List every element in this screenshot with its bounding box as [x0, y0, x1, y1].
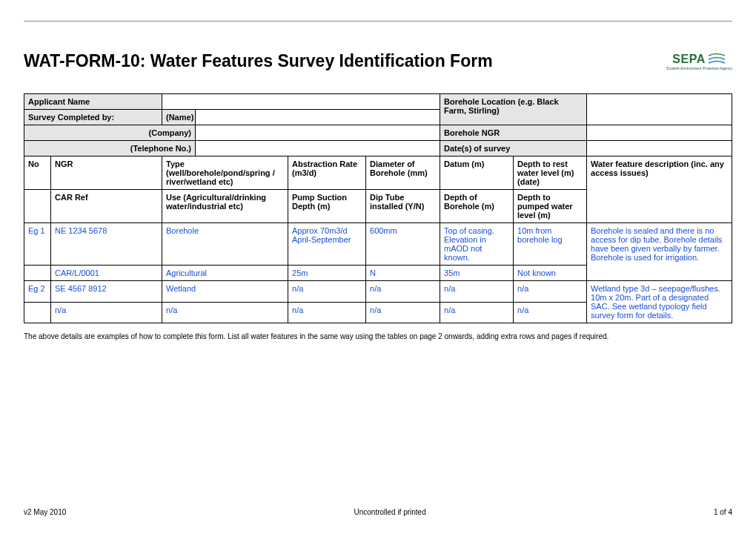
footer-version: v2 May 2010: [24, 508, 66, 516]
eg2-depth-bh: n/a: [440, 302, 514, 323]
label-bh-ngr: Borehole NGR: [440, 125, 587, 141]
eg1-depth-bh: 35m: [440, 266, 514, 281]
logo-subtitle: Scottish Environment Protection Agency: [666, 67, 732, 70]
eg1-type: Borehole: [162, 223, 288, 266]
eg2-ngr: SE 4567 8912: [51, 281, 162, 303]
footer-page: 1 of 4: [714, 508, 732, 516]
top-rule: [24, 21, 732, 22]
col-car-ref: CAR Ref: [51, 190, 162, 223]
col-datum: Datum (m): [440, 156, 514, 190]
col-dip: Dip Tube installed (Y/N): [366, 190, 440, 223]
label-survey-by: Survey Completed by:: [24, 110, 162, 125]
input-company[interactable]: [196, 125, 440, 141]
eg1-pump: 25m: [288, 266, 366, 281]
title-row: WAT-FORM-10: Water Features Survey Ident…: [24, 51, 732, 71]
eg2-no-blank: [24, 302, 51, 323]
eg1-no: Eg 1: [24, 223, 51, 266]
eg2-diameter: n/a: [366, 281, 440, 303]
col-pump: Pump Suction Depth (m): [288, 190, 366, 223]
eg1-ngr: NE 1234 5678: [51, 223, 162, 266]
eg2-datum: n/a: [440, 281, 514, 303]
sepa-logo: SEPA Scottish Environment Protection Age…: [666, 52, 732, 70]
col-abstraction: Abstraction Rate (m3/d): [288, 156, 366, 190]
input-applicant[interactable]: [162, 94, 440, 110]
eg2-description: Wetland type 3d – seepage/flushes. 10m x…: [587, 281, 732, 323]
eg2-abstraction: n/a: [288, 281, 366, 303]
logo-text: SEPA: [672, 53, 705, 66]
table-row: Eg 1 NE 1234 5678 Borehole Approx 70m3/d…: [24, 223, 732, 266]
eg2-no: Eg 2: [24, 281, 51, 303]
input-bh-location[interactable]: [587, 94, 732, 125]
eg1-use: Agricultural: [162, 266, 288, 281]
col-type: Type (well/borehole/pond/spring / river/…: [162, 156, 288, 190]
col-depth-bh: Depth of Borehole (m): [440, 190, 514, 223]
eg1-car-ref: CAR/L/0001: [51, 266, 162, 281]
col-use: Use (Agricultural/drinking water/industr…: [162, 190, 288, 223]
page-title: WAT-FORM-10: Water Features Survey Ident…: [24, 51, 493, 71]
label-applicant: Applicant Name: [24, 94, 162, 110]
eg1-dip: N: [366, 266, 440, 281]
col-description: Water feature description (inc. any acce…: [587, 156, 732, 223]
eg1-abstraction: Approx 70m3/d April-September: [288, 223, 366, 266]
eg1-no-blank: [24, 266, 51, 281]
col-depth-rest: Depth to rest water level (m) (date): [514, 156, 587, 190]
col-depth-pump: Depth to pumped water level (m): [514, 190, 587, 223]
table-row: Eg 2 SE 4567 8912 Wetland n/a n/a n/a n/…: [24, 281, 732, 303]
eg1-datum: Top of casing. Elevation in mAOD not kno…: [440, 223, 514, 266]
eg2-use: n/a: [162, 302, 288, 323]
eg2-dip: n/a: [366, 302, 440, 323]
input-name[interactable]: [196, 110, 440, 125]
eg1-depth-rest: 10m from borehole log: [514, 223, 587, 266]
input-telephone[interactable]: [196, 141, 440, 156]
survey-form-table: Applicant Name Borehole Location (e.g. B…: [24, 93, 732, 323]
input-bh-ngr[interactable]: [587, 125, 732, 141]
instruction-note: The above details are examples of how to…: [24, 332, 732, 340]
input-dates[interactable]: [587, 141, 732, 156]
col-diameter: Diameter of Borehole (mm): [366, 156, 440, 190]
eg2-depth-rest: n/a: [514, 281, 587, 303]
footer-status: Uncontrolled if printed: [354, 508, 425, 516]
eg2-car-ref: n/a: [51, 302, 162, 323]
eg1-depth-pump: Not known: [514, 266, 587, 281]
label-telephone: (Telephone No.): [24, 141, 196, 156]
col-ngr: NGR: [51, 156, 162, 190]
label-bh-location: Borehole Location (e.g. Black Farm, Stir…: [440, 94, 587, 125]
eg2-pump: n/a: [288, 302, 366, 323]
eg2-type: Wetland: [162, 281, 288, 303]
page-footer: v2 May 2010 Uncontrolled if printed 1 of…: [24, 508, 732, 516]
eg1-description: Borehole is sealed and there is no acces…: [587, 223, 732, 281]
col-no: No: [24, 156, 51, 190]
eg1-diameter: 600mm: [366, 223, 440, 266]
col-no-blank: [24, 190, 51, 223]
label-company: (Company): [24, 125, 196, 141]
eg2-depth-pump: n/a: [514, 302, 587, 323]
label-name: (Name): [162, 110, 196, 125]
logo-swirl-icon: [707, 52, 726, 67]
label-dates: Date(s) of survey: [440, 141, 587, 156]
